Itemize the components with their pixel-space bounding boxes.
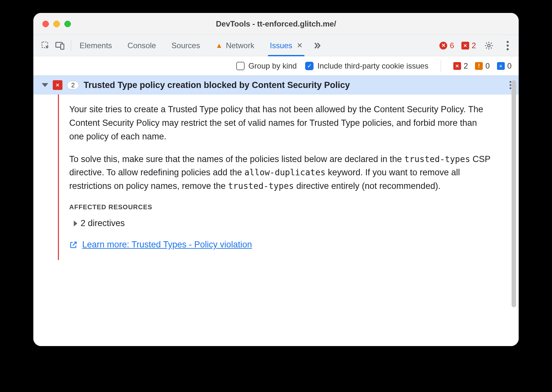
window-title: DevTools - tt-enforced.glitch.me/ [33, 19, 519, 28]
page-error-icon [461, 42, 469, 49]
svg-point-7 [510, 81, 511, 83]
close-tab-icon[interactable]: ✕ [297, 41, 303, 50]
close-window-button[interactable] [42, 21, 49, 27]
device-toolbar-icon[interactable] [53, 38, 67, 53]
directives-label: 2 directives [81, 217, 125, 230]
code: trusted-types [228, 181, 294, 191]
code: trusted-types [404, 154, 470, 164]
counter-issues[interactable]: 0 [475, 61, 490, 71]
include-3p-label: Include third-party cookie issues [317, 61, 428, 71]
svg-point-4 [507, 41, 509, 43]
svg-rect-2 [61, 44, 64, 49]
separator [71, 40, 71, 51]
tab-sources[interactable]: Sources [171, 41, 201, 50]
issue-description-1: Your site tries to create a Trusted Type… [69, 103, 493, 144]
zoom-window-button[interactable] [64, 21, 71, 27]
svg-point-3 [488, 44, 490, 47]
include-3p-checkbox[interactable]: ✓ Include third-party cookie issues [305, 61, 428, 71]
counter-page-errors[interactable]: 2 [453, 61, 468, 71]
counter-page-errors-value: 2 [464, 61, 468, 71]
group-by-kind-label: Group by kind [248, 61, 297, 71]
filterbar: Group by kind ✓ Include third-party cook… [33, 56, 519, 76]
page-error-count-value: 2 [472, 41, 476, 50]
issue-count-pill: 2 [67, 81, 79, 90]
affected-resources-heading: Affected Resources [69, 202, 493, 212]
issues-content: 2 Trusted Type policy creation blocked b… [33, 76, 519, 346]
tab-issues-label: Issues [270, 41, 292, 50]
directives-row[interactable]: 2 directives [69, 217, 493, 230]
issue-severity-icon [53, 80, 62, 90]
learn-more-link[interactable]: Learn more: Trusted Types - Policy viola… [69, 238, 493, 252]
separator [441, 60, 441, 71]
page-error-count[interactable]: 2 [461, 41, 476, 50]
inspect-element-icon[interactable] [39, 38, 53, 53]
devtools-window: DevTools - tt-enforced.glitch.me/ Elemen… [33, 13, 519, 346]
issue-header[interactable]: 2 Trusted Type policy creation blocked b… [33, 76, 519, 94]
titlebar: DevTools - tt-enforced.glitch.me/ [33, 13, 519, 35]
group-by-kind-checkbox[interactable]: Group by kind [236, 61, 297, 71]
page-error-icon [453, 62, 461, 70]
info-icon [497, 62, 505, 70]
warning-icon [475, 62, 483, 70]
error-icon: ✕ [439, 42, 447, 49]
text: directive entirely (not recommended). [294, 181, 440, 191]
scrollbar-thumb[interactable] [512, 80, 516, 307]
counter-info[interactable]: 0 [497, 61, 512, 71]
external-link-icon [69, 241, 78, 249]
counter-issues-value: 0 [485, 61, 490, 71]
issue-title: Trusted Type policy creation blocked by … [83, 80, 505, 90]
svg-point-6 [507, 48, 509, 50]
counter-info-value: 0 [507, 61, 512, 71]
svg-point-9 [510, 87, 511, 89]
error-count[interactable]: ✕ 6 [439, 41, 454, 50]
learn-more-text: Learn more: Trusted Types - Policy viola… [82, 238, 252, 252]
tab-elements[interactable]: Elements [79, 41, 113, 50]
scrollbar[interactable] [512, 79, 516, 343]
expand-icon [74, 221, 77, 226]
issue-description-2: To solve this, make sure that the names … [69, 153, 493, 193]
counters: 2 0 0 [453, 61, 512, 71]
minimize-window-button[interactable] [53, 21, 60, 27]
issue-body: Your site tries to create a Trusted Type… [58, 94, 504, 260]
panel-tabs: Elements Console Sources Network Issues … [79, 41, 303, 50]
checkbox-icon [236, 62, 245, 70]
more-tabs-icon[interactable] [310, 38, 324, 53]
checkbox-checked-icon: ✓ [305, 62, 314, 70]
tab-console[interactable]: Console [127, 41, 157, 50]
collapse-toggle-icon[interactable] [42, 83, 48, 87]
tab-network[interactable]: Network [215, 41, 255, 50]
tab-issues[interactable]: Issues ✕ [269, 41, 303, 50]
tab-network-label: Network [226, 41, 254, 50]
traffic-lights [33, 21, 71, 27]
text: To solve this, make sure that the names … [69, 154, 404, 164]
svg-point-8 [510, 84, 511, 86]
tabsbar-right: ✕ 6 2 [439, 40, 513, 51]
issue-menu-icon[interactable] [509, 81, 512, 89]
more-options-icon[interactable] [502, 40, 513, 51]
settings-icon[interactable] [483, 40, 495, 51]
tabsbar: Elements Console Sources Network Issues … [33, 35, 519, 56]
svg-point-5 [507, 44, 509, 47]
error-count-value: 6 [450, 41, 454, 50]
code: allow-duplicates [244, 168, 325, 177]
